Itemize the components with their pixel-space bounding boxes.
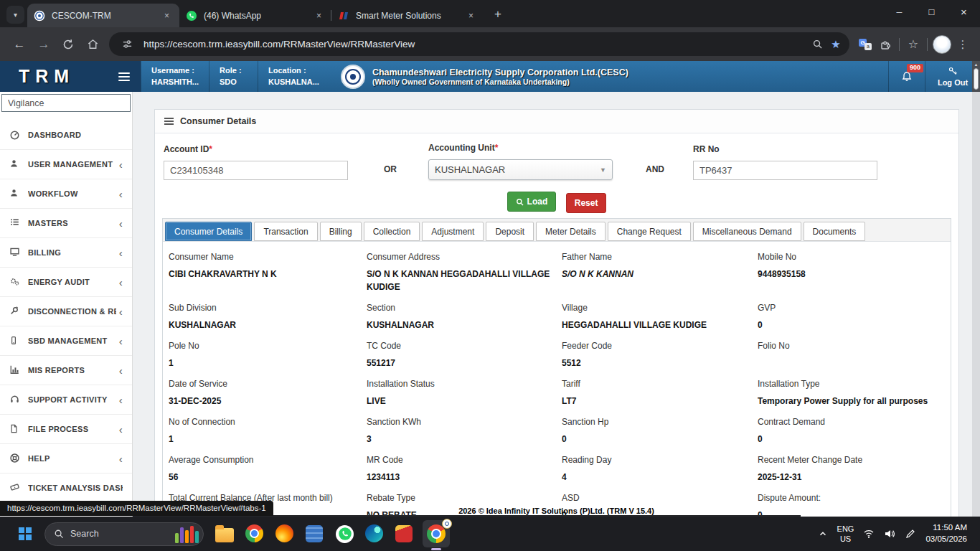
tab-meter-details[interactable]: Meter Details [536,222,606,241]
accounting-unit-select[interactable]: KUSHALNAGAR ▼ [428,159,613,180]
tab-change-request[interactable]: Change Request [608,222,691,241]
account-id-input[interactable] [164,161,348,180]
reload-icon[interactable] [58,34,78,55]
detail-label: Folio No [758,341,941,351]
panel-hamburger-icon [164,116,174,126]
detail-label: Section [367,303,555,313]
tab-close-icon[interactable]: × [313,9,325,22]
tab-search-button[interactable]: ▾ [6,6,24,24]
firefox-icon[interactable] [275,524,294,543]
detail-field: TariffLT7 [562,375,758,413]
address-bar[interactable]: https://cescom.trm.ieasybill.com/RRMaste… [109,32,849,56]
browser-tab-cescom-trm[interactable]: CESCOM-TRM× [27,4,179,27]
tab-consumer-details[interactable]: Consumer Details [165,222,252,241]
active-chrome-window[interactable] [423,520,450,547]
extensions-icon[interactable] [875,34,895,55]
profile-avatar[interactable] [933,35,951,54]
chevron-icon: ‹ [119,159,123,170]
zoom-icon[interactable] [808,35,826,54]
taskbar-search[interactable]: Search [44,522,204,546]
load-button[interactable]: Load [507,192,557,212]
volume-icon[interactable] [884,528,895,540]
new-tab-button[interactable]: + [489,5,507,24]
toolbar-divider [927,38,928,51]
menu-hamburger-icon[interactable] [118,70,130,83]
tab-transaction[interactable]: Transaction [254,222,317,241]
chevron-icon: ‹ [119,336,123,347]
browser-menu-icon[interactable]: ⋮ [953,34,973,55]
pen-icon[interactable] [905,528,916,540]
sidebar-item-workflow[interactable]: WORKFLOW‹ [0,179,132,209]
bookmark-star-icon[interactable]: ★ [826,35,845,54]
ticket-icon [9,482,22,494]
and-label: AND [646,164,664,174]
sidebar-item-mis-reports[interactable]: MIS REPORTS‹ [0,356,132,385]
clock[interactable]: 11:50 AM 03/05/2026 [925,522,967,545]
home-icon[interactable] [83,34,103,55]
detail-field: Installation StatusLIVE [367,375,562,413]
wifi-icon[interactable] [863,528,875,540]
language-indicator[interactable]: ENGUS [837,524,854,545]
sidebar-item-user-management[interactable]: USER MANAGEMENT‹ [0,150,132,179]
sidebar-item-energy-audit[interactable]: ENERGY AUDIT‹ [0,268,132,297]
close-button[interactable]: × [948,0,980,24]
calculator-app-icon[interactable] [306,524,324,543]
maximize-button[interactable]: □ [915,0,948,24]
rr-no-label: RR No [693,144,877,154]
detail-value: 3 [367,433,555,446]
edge-icon[interactable] [365,524,384,543]
start-button[interactable] [14,523,36,545]
sidebar-item-help[interactable]: HELP‹ [0,444,132,474]
site-info-icon[interactable] [118,35,136,54]
detail-label: Sanction KWh [367,417,555,427]
whatsapp-icon[interactable] [336,525,354,543]
taskbar-tray: ENGUS 11:50 AM 03/05/2026 [818,522,970,545]
logout-label: Log Out [938,78,968,87]
sidebar-item-ticket-analysis-dashbo[interactable]: TICKET ANALYSIS DASHBO... [0,474,132,503]
tab-miscellaneous-demand[interactable]: Miscellaneous Demand [693,222,801,241]
detail-label: Consumer Name [169,252,359,262]
bookmark-outline-icon[interactable]: ☆ [903,34,923,55]
tab-adjustment[interactable]: Adjustment [422,222,484,241]
sidebar-item-file-process[interactable]: FILE PROCESS‹ [0,415,132,444]
tab-close-icon[interactable]: × [465,9,477,22]
forward-icon[interactable]: → [34,34,54,55]
sidebar-item-dashboard[interactable]: DASHBOARD [0,121,132,150]
consumer-details-grid: Consumer NameCIBI CHAKRAVARTHY N KConsum… [163,242,951,517]
url-text[interactable]: https://cescom.trm.ieasybill.com/RRMaste… [143,39,808,50]
tab-collection[interactable]: Collection [364,222,420,241]
browser-tab-46-whatsapp[interactable]: (46) WhatsApp× [179,4,331,27]
back-icon[interactable]: ← [9,34,29,55]
sidebar-search-input[interactable] [1,94,131,112]
tray-chevron-up-icon[interactable] [818,529,828,539]
required-asterisk: * [209,144,212,154]
chrome-icon[interactable] [245,524,264,543]
notifications-button[interactable]: 900 [888,61,925,92]
reset-button[interactable]: Reset [566,193,607,213]
tab-billing[interactable]: Billing [320,222,362,241]
translate-icon[interactable]: Ga [855,34,875,55]
file-explorer-icon[interactable] [215,524,234,543]
detail-field: Average Consumption56 [169,451,367,489]
detail-value: 0 [562,433,750,446]
page-scrollbar[interactable]: ▲ [972,61,980,517]
red-app-icon[interactable] [395,524,414,543]
sidebar-item-disconnection-recon[interactable]: DISCONNECTION & RECON‹ [0,297,132,326]
rr-no-input[interactable] [693,161,877,180]
sidebar-item-masters[interactable]: MASTERS‹ [0,209,132,238]
detail-value: 551217 [367,357,555,369]
tab-documents[interactable]: Documents [804,222,866,241]
taskbar-search-label: Search [70,529,99,539]
minimize-button[interactable]: ─ [883,0,915,24]
sidebar-item-label: DISCONNECTION & RECON [28,307,116,316]
scroll-up-icon[interactable]: ▲ [972,62,980,67]
detail-label: Feeder Code [562,341,750,351]
tab-close-icon[interactable]: × [161,9,173,22]
sidebar-item-support-activity[interactable]: SUPPORT ACTIVITY‹ [0,385,132,415]
scrollbar-thumb[interactable] [974,68,979,90]
sidebar-item-billing[interactable]: BILLING‹ [0,238,132,268]
browser-tab-smart-meter-solutions[interactable]: Smart Meter Solutions× [331,4,484,27]
detail-field: Sub DivisionKUSHALNAGAR [169,298,367,336]
sidebar-item-sbd-management[interactable]: SBD MANAGEMENT‹ [0,326,132,356]
tab-deposit[interactable]: Deposit [486,222,534,241]
